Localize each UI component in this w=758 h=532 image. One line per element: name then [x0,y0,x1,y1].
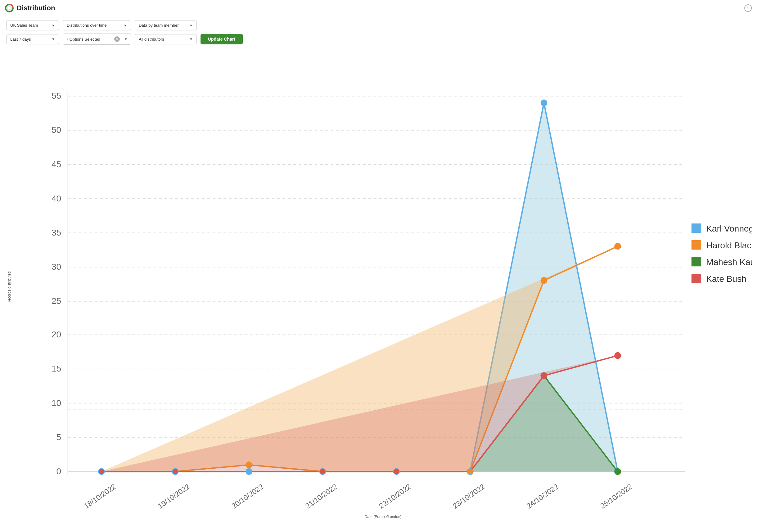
svg-text:24/10/2022: 24/10/2022 [525,482,560,510]
svg-text:20/10/2022: 20/10/2022 [230,482,265,510]
logo-icon [5,4,14,13]
svg-point-1 [8,7,11,9]
hb-dot-7 [614,243,621,250]
svg-text:19/10/2022: 19/10/2022 [156,482,191,510]
svg-text:22/10/2022: 22/10/2022 [377,482,413,510]
svg-text:40: 40 [52,194,61,203]
chart-area: Records distributed [6,56,752,519]
svg-text:21/10/2022: 21/10/2022 [304,482,339,510]
x-axis-label: Date (Europe/London) [14,515,752,519]
options-dropdown[interactable]: 7 Options Selected ✕ ▼ [63,34,131,45]
legend-label-kb: Kate Bush [706,274,746,284]
chart-container: Records distributed [0,53,758,528]
controls-row-1: UK Sales Team ▼ Distributions over time … [6,20,752,30]
mk-dot-7 [614,468,621,475]
svg-text:50: 50 [52,125,61,135]
chart-inner: 0 5 10 15 20 25 30 35 40 45 50 55 [14,56,752,519]
svg-text:10: 10 [52,398,61,408]
kb-dot-7 [614,352,621,359]
svg-text:55: 55 [52,91,61,101]
svg-text:35: 35 [52,228,61,237]
kb-dot-3 [320,469,325,474]
type-dropdown-arrow: ▼ [123,23,127,27]
chart-svg: 0 5 10 15 20 25 30 35 40 45 50 55 [14,56,752,512]
svg-text:15: 15 [52,364,61,373]
hb-dot-6 [541,277,548,284]
legend-color-hb [692,240,701,249]
team-dropdown[interactable]: UK Sales Team ▼ [6,20,59,30]
distributor-dropdown-arrow: ▼ [190,37,193,41]
period-dropdown[interactable]: Last 7 days ▼ [6,34,59,44]
svg-text:0: 0 [56,467,61,476]
period-dropdown-label: Last 7 days [10,37,31,42]
legend-color-kb [692,274,701,283]
distributor-dropdown-label: All distributors [139,37,164,42]
team-dropdown-arrow: ▼ [52,23,55,27]
kv-dot-2 [246,468,252,475]
type-dropdown[interactable]: Distributions over time ▼ [63,20,131,30]
hb-dot-5 [467,469,473,474]
svg-text:23/10/2022: 23/10/2022 [451,482,486,510]
kb-dot-1 [173,469,178,474]
view-dropdown[interactable]: Data by team member ▼ [135,20,197,30]
options-dropdown-label: 7 Options Selected [66,37,112,42]
svg-text:25: 25 [52,296,61,306]
legend-color-kv [692,223,701,233]
view-dropdown-label: Data by team member [139,23,179,28]
y-axis-label: Records distributed [6,56,13,519]
kb-dot-4 [394,469,399,474]
type-dropdown-label: Distributions over time [67,23,107,28]
kb-dot-0 [99,469,104,474]
svg-text:45: 45 [52,159,61,169]
legend-label-kv: Karl Vonnegut [706,224,752,233]
svg-text:20: 20 [52,330,61,339]
distributor-dropdown[interactable]: All distributors ▼ [135,34,197,44]
header-left: Distribution [5,4,55,13]
svg-text:30: 30 [52,262,61,272]
team-dropdown-label: UK Sales Team [10,23,38,28]
svg-text:18/10/2022: 18/10/2022 [82,482,117,510]
header: Distribution ? [0,0,758,15]
options-clear-button[interactable]: ✕ [114,36,120,42]
page-title: Distribution [17,4,55,12]
legend-label-mk: Mahesh Kaushik [706,257,752,267]
period-dropdown-arrow: ▼ [52,37,55,41]
kb-dot-6 [541,373,548,379]
help-icon[interactable]: ? [744,4,752,12]
update-chart-button[interactable]: Update Chart [200,34,243,44]
view-dropdown-arrow: ▼ [190,23,193,27]
options-dropdown-arrow: ▼ [124,37,127,41]
svg-text:5: 5 [56,432,61,442]
legend-label-hb: Harold Black [706,241,752,250]
svg-text:25/10/2022: 25/10/2022 [599,482,634,510]
controls-row-2: Last 7 days ▼ 7 Options Selected ✕ ▼ All… [6,34,752,45]
hb-dot-2 [246,462,252,468]
kv-dot-6 [541,99,548,106]
controls: UK Sales Team ▼ Distributions over time … [0,15,758,53]
legend-color-mk [692,257,701,266]
